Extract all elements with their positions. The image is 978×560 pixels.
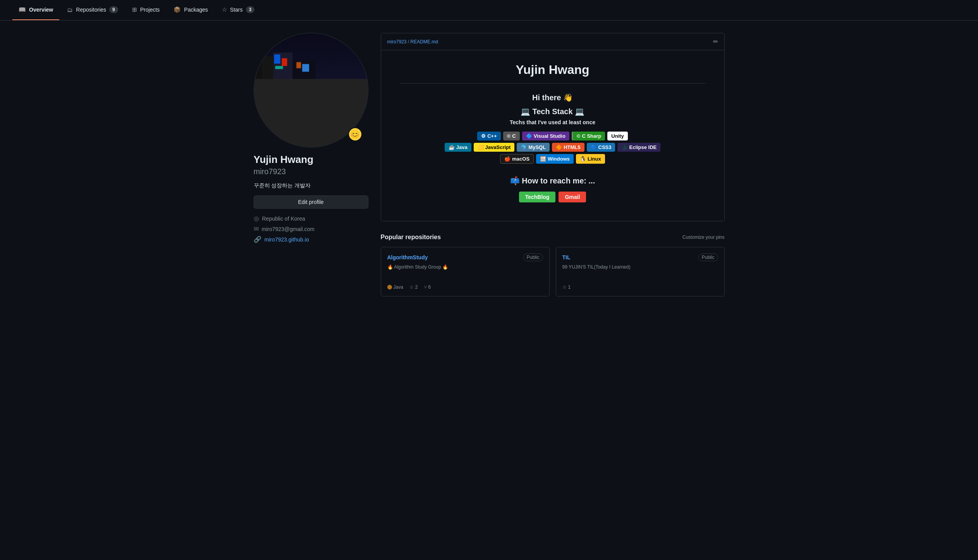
readme-profile-title: Yujin Hwang	[400, 63, 706, 84]
svg-rect-5	[282, 58, 287, 66]
repo-footer-til: ☆ 1	[562, 284, 718, 290]
fork-icon: ⑂	[424, 284, 427, 290]
badges-row-2: ☕ Java 🟨 JavaScript 🐬 MySQL 🔶 HTML5 🔵 CS…	[400, 143, 706, 152]
repo-description-algorithmStudy: 🔥 Algorithm Study Group 🔥	[387, 264, 543, 278]
badge-c: © C	[503, 132, 520, 140]
windows-icon: 🪟	[540, 156, 546, 162]
badge-unity: Unity	[607, 132, 628, 140]
techblog-badge[interactable]: TechBlog	[519, 192, 556, 202]
svg-rect-11	[254, 110, 368, 112]
csharp-icon: ©	[577, 133, 581, 139]
repo-card-til: TIL Public 99 YUJIN'S TIL(Today I Learne…	[556, 247, 725, 296]
profile-name: Yujin Hwang	[254, 154, 368, 166]
repo-card-header: AlgorithmStudy Public	[387, 253, 543, 261]
nav-tabs: 📖 Overview 🗂 Repositories 9 ⊞ Projects 📦…	[0, 0, 978, 21]
stars-icon: ☆	[222, 6, 227, 13]
mysql-icon: 🐬	[521, 144, 527, 150]
svg-point-12	[324, 87, 338, 106]
profile-meta: ◎ Republic of Korea ✉ miro7923@gmail.com…	[254, 215, 368, 243]
tab-packages[interactable]: 📦 Packages	[167, 0, 214, 20]
location-meta: ◎ Republic of Korea	[254, 215, 368, 222]
repo-name-algorithmStudy[interactable]: AlgorithmStudy	[387, 254, 428, 260]
repo-stars-algorithmStudy: ☆ 2	[409, 284, 418, 290]
profile-username: miro7923	[254, 167, 368, 176]
repo-visibility-til: Public	[698, 253, 718, 261]
email-meta: ✉ miro7923@gmail.com	[254, 225, 368, 233]
linux-icon: 🐧	[580, 156, 586, 162]
tab-stars[interactable]: ☆ Stars 3	[216, 0, 261, 20]
website-meta[interactable]: 🔗 miro7923.github.io	[254, 236, 368, 243]
badges-row-1: ⚙ C++ © C 🔷 Visual Studio © C Sharp Unit…	[400, 132, 706, 140]
svg-rect-7	[292, 60, 316, 147]
sidebar: 😊 Yujin Hwang miro7923 꾸준히 성장하는 개발자 Edit…	[254, 33, 368, 296]
readme-tech-subtitle: Techs that I've used at least once	[400, 119, 706, 125]
popular-repos-title: Popular repositories	[381, 234, 441, 241]
tab-projects[interactable]: ⊞ Projects	[126, 0, 166, 20]
repo-icon: 🗂	[67, 7, 73, 13]
popular-repos-section: Popular repositories Customize your pins…	[381, 234, 725, 296]
repo-lang-algorithmStudy: Java	[387, 284, 403, 290]
link-icon: 🔗	[254, 236, 261, 243]
java-icon: ☕	[449, 144, 455, 150]
readme-breadcrumb: miro7923 / README.md	[387, 39, 438, 45]
badge-mysql: 🐬 MySQL	[517, 143, 550, 152]
readme-user-link[interactable]: miro7923	[387, 39, 407, 45]
svg-rect-15	[332, 104, 336, 120]
readme-card: miro7923 / README.md ✏ Yujin Hwang Hi th…	[381, 33, 725, 221]
repo-visibility-algorithmStudy: Public	[523, 253, 543, 261]
readme-edit-icon[interactable]: ✏	[713, 38, 718, 45]
readme-tech-title: 💻 Tech Stack 💻	[400, 107, 706, 116]
email-icon: ✉	[254, 225, 259, 233]
repo-footer-algorithmStudy: Java ☆ 2 ⑂ 6	[387, 284, 543, 290]
badge-visualstudio: 🔷 Visual Studio	[522, 132, 569, 140]
c-icon: ©	[507, 133, 511, 139]
svg-rect-2	[261, 57, 273, 147]
star-icon: ☆	[409, 284, 414, 290]
avatar-container: 😊	[254, 33, 368, 147]
lang-dot-java	[387, 285, 392, 289]
tab-overview[interactable]: 📖 Overview	[12, 0, 59, 20]
svg-rect-17	[324, 91, 326, 106]
reach-title: 📫 How to reach me: ...	[400, 176, 706, 185]
repo-card-header-til: TIL Public	[562, 253, 718, 261]
repo-card-algorithmStudy: AlgorithmStudy Public 🔥 Algorithm Study …	[381, 247, 550, 296]
svg-rect-4	[274, 55, 280, 64]
badge-macos: 🍎 macOS	[500, 154, 534, 164]
svg-point-16	[324, 82, 338, 99]
tab-repositories[interactable]: 🗂 Repositories 9	[61, 0, 124, 20]
svg-rect-9	[302, 64, 309, 72]
vs-icon: 🔷	[526, 133, 532, 139]
edit-profile-button[interactable]: Edit profile	[254, 195, 368, 209]
badge-windows: 🪟 Windows	[536, 154, 574, 164]
repo-stars-til: ☆ 1	[562, 284, 571, 290]
repos-grid: AlgorithmStudy Public 🔥 Algorithm Study …	[381, 247, 725, 296]
location-icon: ◎	[254, 215, 259, 222]
reach-section: 📫 How to reach me: ... TechBlog Gmail	[400, 176, 706, 202]
packages-icon: 📦	[174, 6, 181, 13]
repo-description-til: 99 YUJIN'S TIL(Today I Learned)	[562, 264, 718, 278]
badge-css3: 🔵 CSS3	[587, 143, 615, 152]
main-layout: 😊 Yujin Hwang miro7923 꾸준히 성장하는 개발자 Edit…	[241, 21, 737, 296]
svg-rect-13	[325, 104, 337, 124]
readme-file-link[interactable]: README.md	[411, 39, 438, 45]
status-emoji-badge: 😊	[348, 127, 362, 141]
repo-forks-algorithmStudy: ⑂ 6	[424, 284, 431, 290]
customize-pins-link[interactable]: Customize your pins	[682, 235, 725, 240]
svg-rect-8	[296, 62, 301, 68]
projects-icon: ⊞	[132, 6, 137, 13]
html5-icon: 🔶	[556, 144, 562, 150]
website-link[interactable]: miro7923.github.io	[265, 236, 309, 243]
badge-linux: 🐧 Linux	[576, 154, 605, 164]
svg-rect-6	[275, 66, 283, 69]
repo-name-til[interactable]: TIL	[562, 254, 571, 260]
badge-cpp: ⚙ C++	[477, 132, 501, 140]
gmail-badge[interactable]: Gmail	[559, 192, 586, 202]
profile-bio: 꾸준히 성장하는 개발자	[254, 182, 368, 189]
css3-icon: 🔵	[591, 144, 597, 150]
repo-lang-label: Java	[394, 284, 403, 290]
badge-csharp: © C Sharp	[572, 132, 605, 140]
book-icon: 📖	[19, 6, 26, 13]
readme-greeting: Hi there 👋	[400, 93, 706, 102]
svg-rect-14	[324, 104, 328, 120]
section-header: Popular repositories Customize your pins	[381, 234, 725, 241]
